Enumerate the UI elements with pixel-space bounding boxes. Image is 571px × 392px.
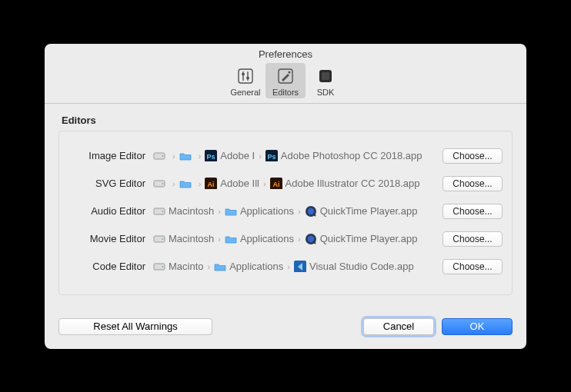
sdk-icon — [316, 66, 336, 86]
chevron-right-icon: › — [207, 262, 212, 271]
path-segment-text: Adobe Illustrator CC 2018.app — [286, 178, 420, 189]
path-breadcrumb: ››AiAdobe Ill›AiAdobe Illustrator CC 201… — [153, 178, 436, 189]
path-segment-text: Macinto — [169, 261, 204, 272]
window-title: Preferences — [45, 44, 526, 63]
path-segment: AiAdobe Ill — [205, 178, 259, 189]
app-vs-icon — [294, 261, 306, 272]
app-qt-icon — [305, 234, 317, 244]
row-label: Code Editor — [68, 261, 153, 272]
svg-rect-8 — [322, 72, 329, 80]
tab-general-label: General — [230, 88, 260, 97]
path-breadcrumb: Macintosh›Applications›QuickTime Player.… — [153, 233, 436, 244]
path-segment — [179, 178, 195, 189]
hd-icon — [153, 178, 165, 189]
svg-point-22 — [162, 211, 164, 212]
path-segment-text: Macintosh — [169, 233, 214, 244]
path-segment-text: Macintosh — [169, 205, 214, 217]
folder-icon — [179, 178, 192, 189]
hd-icon — [153, 151, 165, 161]
chevron-right-icon: › — [217, 234, 222, 244]
svg-point-10 — [162, 155, 164, 157]
folder-icon — [225, 206, 237, 217]
path-segment-text: Adobe I — [220, 150, 255, 161]
path-segment: Applications — [225, 233, 294, 244]
path-segment: QuickTime Player.app — [305, 233, 418, 244]
path-segment-text: Applications — [229, 261, 283, 272]
path-segment-text: Applications — [240, 233, 294, 244]
app-ps-icon: Ps — [265, 151, 278, 161]
hd-icon — [153, 234, 165, 244]
chevron-right-icon: › — [297, 234, 302, 244]
path-segment: Macinto — [153, 261, 204, 272]
choose-button[interactable]: Choose... — [442, 148, 503, 164]
path-segment — [179, 151, 195, 161]
path-breadcrumb: ››PsAdobe I›PsAdobe Photoshop CC 2018.ap… — [153, 150, 436, 161]
choose-button[interactable]: Choose... — [442, 231, 503, 247]
path-segment-text: Visual Studio Code.app — [309, 261, 414, 272]
chevron-right-icon: › — [258, 151, 262, 161]
path-segment-text: Adobe Ill — [220, 178, 259, 189]
toolbar: General Editors SDK — [45, 63, 526, 104]
path-segment-text: QuickTime Player.app — [320, 233, 418, 244]
footer: Reset All Warnings Cancel OK — [45, 307, 526, 349]
svg-text:Ps: Ps — [267, 153, 275, 161]
path-segment: QuickTime Player.app — [305, 205, 418, 217]
chevron-right-icon: › — [172, 151, 176, 161]
app-ps-icon: Ps — [205, 151, 217, 161]
choose-button[interactable]: Choose... — [442, 204, 503, 219]
tab-general[interactable]: General — [225, 63, 265, 98]
path-segment: AiAdobe Illustrator CC 2018.app — [270, 178, 420, 189]
cancel-button[interactable]: Cancel — [363, 318, 434, 335]
editors-panel: Image Editor››PsAdobe I›PsAdobe Photosho… — [58, 131, 513, 295]
tab-editors-label: Editors — [272, 88, 299, 97]
editor-row: Code EditorMacinto›Applications›Visual S… — [68, 253, 503, 281]
sliders-icon — [235, 66, 255, 86]
path-segment: PsAdobe I — [205, 150, 255, 161]
path-segment-text: Adobe Photoshop CC 2018.app — [281, 150, 422, 161]
tab-sdk-label: SDK — [317, 88, 335, 97]
row-label: Image Editor — [68, 150, 153, 161]
folder-icon — [214, 261, 226, 272]
ok-button[interactable]: OK — [442, 318, 513, 335]
path-breadcrumb: Macintosh›Applications›QuickTime Player.… — [153, 205, 436, 217]
path-segment: Macintosh — [153, 233, 214, 244]
chevron-right-icon: › — [198, 151, 202, 161]
hd-icon — [153, 261, 165, 272]
reset-warnings-button[interactable]: Reset All Warnings — [58, 318, 212, 335]
svg-point-16 — [162, 183, 164, 184]
app-qt-icon — [305, 206, 317, 217]
path-segment: Macintosh — [153, 205, 214, 217]
chevron-right-icon: › — [297, 207, 302, 216]
tab-sdk[interactable]: SDK — [306, 63, 346, 98]
path-segment: Applications — [214, 261, 283, 272]
svg-point-6 — [288, 71, 290, 73]
svg-point-24 — [308, 208, 314, 214]
svg-text:Ai: Ai — [208, 181, 215, 188]
svg-text:Ps: Ps — [207, 153, 215, 161]
chevron-right-icon: › — [262, 179, 267, 188]
svg-rect-4 — [246, 77, 249, 79]
preferences-window: Preferences General Editors SDK Editors … — [45, 44, 526, 349]
svg-point-28 — [308, 235, 314, 241]
path-breadcrumb: Macinto›Applications›Visual Studio Code.… — [153, 261, 436, 272]
choose-button[interactable]: Choose... — [442, 176, 503, 191]
row-label: SVG Editor — [68, 178, 153, 189]
path-segment: PsAdobe Photoshop CC 2018.app — [265, 150, 422, 161]
choose-button[interactable]: Choose... — [442, 259, 503, 274]
path-segment: Visual Studio Code.app — [294, 261, 414, 272]
folder-icon — [179, 151, 192, 161]
editor-row: SVG Editor››AiAdobe Ill›AiAdobe Illustra… — [68, 170, 503, 198]
editor-row: Audio EditorMacintosh›Applications›Quick… — [68, 198, 503, 225]
path-segment: Applications — [225, 205, 294, 217]
path-segment-text: Applications — [240, 205, 294, 217]
chevron-right-icon: › — [286, 262, 291, 271]
tab-editors[interactable]: Editors — [265, 63, 306, 98]
app-ai-icon: Ai — [270, 178, 282, 189]
svg-rect-0 — [239, 69, 252, 83]
svg-text:Ai: Ai — [272, 181, 279, 188]
svg-rect-3 — [242, 73, 244, 75]
chevron-right-icon: › — [217, 207, 222, 216]
chevron-right-icon: › — [198, 179, 202, 188]
row-label: Audio Editor — [68, 205, 153, 217]
folder-icon — [225, 234, 237, 244]
